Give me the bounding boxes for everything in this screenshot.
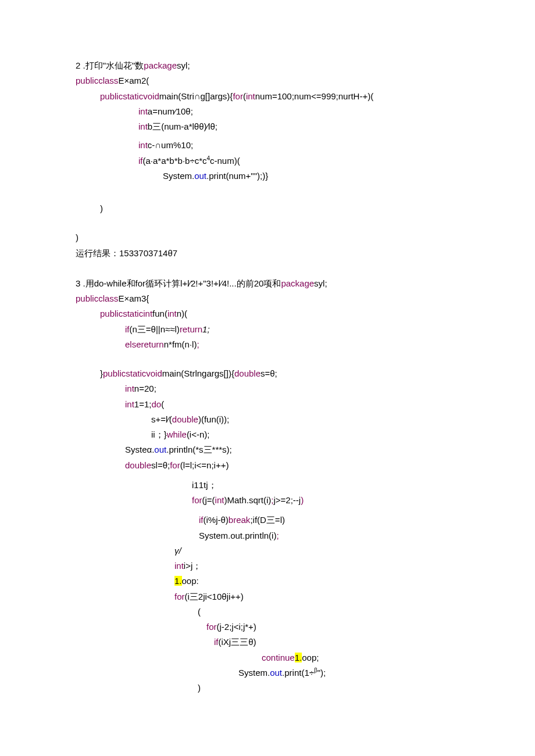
code-line: int1=1;do( bbox=[76, 397, 459, 412]
code-line: if(i%j-θ)break;if(D三=l) bbox=[76, 513, 459, 528]
code-line: if(a·a*a*b*b·b÷c*c4c-num)( bbox=[76, 153, 459, 169]
code-line: ) bbox=[76, 201, 459, 216]
code-line: publicstaticvoidmain(Stri∩g[]args){for(i… bbox=[76, 89, 459, 104]
code-line: System.out.print(1÷β"); bbox=[76, 665, 459, 680]
code-line: ii；}while(i<-n); bbox=[76, 427, 459, 442]
code-line: γ/ bbox=[76, 543, 459, 558]
code-line: Systeα.out.println(*s三***s); bbox=[76, 442, 459, 457]
code-line: }publicstaticvoidmain(Strlngargs[]){doub… bbox=[76, 366, 459, 381]
code-line: intn=20; bbox=[76, 381, 459, 396]
code-line: inta=num∕10θ; bbox=[76, 104, 459, 119]
code-line: if(iXj三三θ) bbox=[76, 635, 459, 650]
code-line: ) bbox=[76, 680, 459, 696]
code-line: publicstaticintfun(intn)( bbox=[76, 306, 459, 321]
code-line: 1.oop: bbox=[76, 574, 459, 589]
code-line: s+=l∕(double)(fun(i)); bbox=[76, 412, 459, 427]
code-line: System.out.println(i); bbox=[76, 528, 459, 543]
section-header: 3 .用do-while和for循环计算l+l∕2!+"3!+l∕4!...的前… bbox=[76, 276, 459, 291]
code-line: continue1.oop; bbox=[76, 650, 459, 665]
code-line: System.out.print(num+"");)} bbox=[76, 169, 459, 184]
code-line: i11tj； bbox=[76, 478, 459, 493]
result-line: 运行结果：1533703714θ7 bbox=[76, 246, 459, 261]
code-line: ) bbox=[76, 230, 459, 245]
code-line: intb三(num-a*lθθ)∕lθ; bbox=[76, 119, 459, 134]
code-line: inti>j； bbox=[76, 558, 459, 574]
code-line: intc-∩um%10; bbox=[76, 138, 459, 153]
code-line: publicclassE×am3{ bbox=[76, 291, 459, 306]
code-line: doublesl=θ;for(l=l;i<=n;i++) bbox=[76, 458, 459, 473]
code-line: elsereturnn*fm(n·l); bbox=[76, 337, 459, 352]
code-block-2: 2 .打印"水仙花"数packagesyl; publicclassE×am2(… bbox=[76, 58, 459, 261]
code-line: for(j=(int)Math.sqrt(i);j>=2;--j) bbox=[76, 493, 459, 508]
section-header: 2 .打印"水仙花"数packagesyl; bbox=[76, 58, 459, 73]
code-block-3: 3 .用do-while和for循环计算l+l∕2!+"3!+l∕4!...的前… bbox=[76, 276, 459, 696]
code-line: ( bbox=[76, 604, 459, 619]
code-line: if(n三=θ||n≈≈l)return1; bbox=[76, 322, 459, 337]
code-line: publicclassE×am2( bbox=[76, 73, 459, 88]
code-line: for(j-2;j<i;j*+) bbox=[76, 619, 459, 635]
code-line: for(i三2ji<10θji++) bbox=[76, 589, 459, 604]
